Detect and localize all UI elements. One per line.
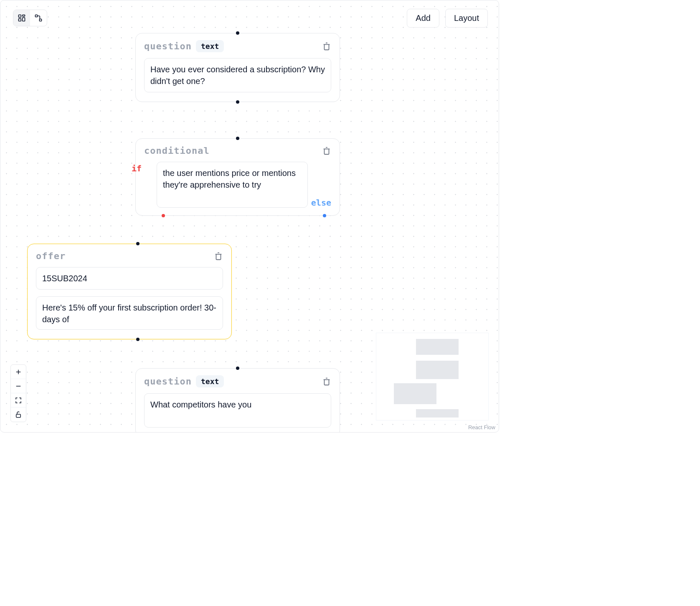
zoom-out-button[interactable] (11, 379, 26, 393)
handle-top[interactable] (236, 31, 239, 35)
delete-node-button[interactable] (322, 146, 331, 155)
node-type-label: offer (36, 251, 66, 261)
minimap-node (394, 383, 436, 404)
svg-rect-1 (23, 15, 25, 16)
delete-node-button[interactable] (214, 252, 223, 261)
fit-view-button[interactable] (11, 393, 26, 407)
lock-toggle-button[interactable] (11, 407, 26, 422)
svg-rect-5 (40, 19, 42, 21)
svg-rect-2 (19, 19, 21, 21)
maximize-icon (15, 397, 22, 404)
minimap[interactable] (376, 333, 489, 420)
layout-button[interactable]: Layout (445, 9, 488, 28)
node-type-label: question (144, 376, 192, 387)
handle-top[interactable] (136, 242, 139, 245)
node-type-label: question (144, 41, 192, 51)
node-conditional[interactable]: conditional if else (135, 138, 340, 216)
delete-node-button[interactable] (322, 42, 331, 51)
trash-icon (322, 42, 331, 51)
trash-icon (322, 146, 331, 155)
trash-icon (214, 252, 223, 261)
delete-node-button[interactable] (322, 377, 331, 386)
node-type-label: conditional (144, 145, 210, 156)
offer-pitch-field[interactable] (36, 296, 223, 330)
minus-icon (15, 382, 22, 390)
question-type-badge: text (196, 40, 224, 52)
top-actions: Add Layout (407, 9, 488, 28)
handle-bottom[interactable] (236, 100, 239, 104)
node-offer[interactable]: offer (27, 244, 232, 339)
flow-canvas[interactable]: Add Layout question text conditional (0, 0, 499, 433)
handle-top[interactable] (236, 137, 239, 140)
node-question-1[interactable]: question text (135, 33, 340, 102)
minimap-node (416, 409, 459, 418)
if-label: if (132, 163, 142, 173)
question-text-field[interactable] (144, 393, 331, 428)
view-mode-toggle (13, 10, 47, 26)
unlock-icon (15, 411, 22, 418)
svg-rect-4 (36, 15, 38, 17)
svg-rect-0 (19, 15, 21, 18)
zoom-controls (10, 364, 26, 422)
zoom-in-button[interactable] (11, 365, 26, 379)
attribution-label: React Flow (468, 424, 495, 430)
tree-icon (34, 14, 43, 22)
handle-else[interactable] (323, 214, 326, 217)
minimap-node (416, 339, 459, 355)
node-question-2[interactable]: question text (135, 368, 340, 433)
handle-bottom[interactable] (136, 338, 139, 341)
grid-icon (18, 14, 26, 22)
plus-icon (15, 368, 22, 376)
question-text-field[interactable] (144, 58, 331, 92)
handle-top[interactable] (236, 367, 239, 370)
svg-rect-6 (16, 414, 21, 418)
offer-code-field[interactable] (36, 267, 223, 290)
condition-field[interactable] (157, 162, 308, 208)
trash-icon (322, 377, 331, 386)
svg-rect-3 (23, 18, 25, 21)
question-type-badge: text (196, 375, 224, 387)
view-mode-tree[interactable] (30, 10, 47, 26)
add-button[interactable]: Add (407, 9, 439, 28)
view-mode-grid[interactable] (13, 10, 30, 26)
minimap-node (416, 361, 459, 379)
else-label: else (311, 198, 331, 208)
handle-if[interactable] (162, 214, 165, 217)
